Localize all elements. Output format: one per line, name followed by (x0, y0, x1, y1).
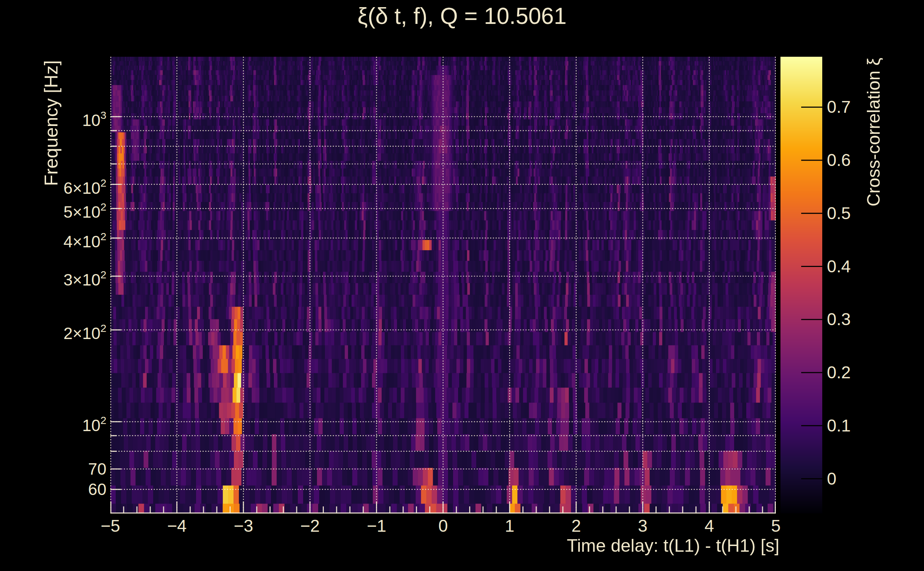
x-tick-label: 4 (685, 517, 734, 536)
colorbar-tick-label: 0 (827, 469, 836, 489)
y-tick-label: 2×102 (0, 320, 107, 340)
y-tick-mantissa: 5×10 (63, 203, 101, 222)
heatmap-canvas (110, 57, 776, 514)
colorbar-tick-label: 0.6 (827, 150, 851, 170)
colorbar-tick-label: 0.5 (827, 204, 851, 224)
y-tick-mantissa: 4×10 (63, 232, 101, 251)
root-pad: ξ(δ t, f), Q = 10.5061 Frequency [Hz] Ti… (0, 0, 924, 571)
y-tick-label: 4×102 (0, 228, 107, 248)
y-tick-mantissa: 2×10 (63, 324, 101, 343)
y-tick-label: 70 (0, 459, 107, 479)
colorbar-canvas (780, 57, 822, 514)
x-tick-label: 5 (751, 517, 801, 536)
colorbar-tick-label: 0.7 (827, 97, 851, 117)
colorbar-title: Cross-correlation ξ (863, 58, 884, 207)
colorbar-tick-label: 0.4 (827, 256, 851, 276)
colorbar-tick-label: 0.1 (827, 416, 851, 436)
x-tick-label: 0 (418, 517, 468, 536)
y-tick-mantissa: 10 (82, 111, 100, 130)
x-axis-title: Time delay: t(L1) - t(H1) [s] (567, 536, 779, 556)
x-tick-label: −5 (85, 517, 135, 536)
y-tick-mantissa: 3×10 (63, 270, 101, 289)
y-tick-mantissa: 60 (88, 480, 107, 498)
y-tick-exponent: 2 (100, 177, 107, 189)
y-tick-exponent: 2 (100, 414, 107, 426)
y-tick-mantissa: 70 (88, 460, 107, 478)
x-tick-label: −4 (152, 517, 202, 536)
x-tick-label: 3 (618, 517, 668, 536)
x-tick-label: −2 (285, 517, 335, 536)
y-tick-exponent: 3 (100, 109, 107, 121)
y-tick-exponent: 2 (100, 269, 107, 281)
chart-title: ξ(δ t, f), Q = 10.5061 (0, 3, 924, 29)
colorbar-tick-label: 0.2 (827, 363, 851, 383)
y-tick-label: 60 (0, 479, 107, 499)
y-tick-exponent: 2 (100, 322, 107, 334)
y-tick-label: 3×102 (0, 266, 107, 286)
x-tick-label: −3 (218, 517, 269, 536)
x-tick-label: 1 (485, 517, 535, 536)
y-tick-label: 103 (0, 107, 107, 127)
y-tick-mantissa: 10 (82, 416, 100, 435)
x-tick-label: −1 (352, 517, 402, 536)
y-tick-label: 5×102 (0, 198, 107, 218)
y-tick-label: 102 (0, 412, 107, 432)
y-tick-exponent: 2 (100, 230, 107, 242)
x-tick-label: 2 (551, 517, 601, 536)
colorbar-tick-label: 0.3 (827, 309, 851, 329)
y-tick-mantissa: 6×10 (63, 179, 101, 198)
y-tick-label: 6×102 (0, 174, 107, 194)
y-tick-exponent: 2 (100, 201, 107, 213)
